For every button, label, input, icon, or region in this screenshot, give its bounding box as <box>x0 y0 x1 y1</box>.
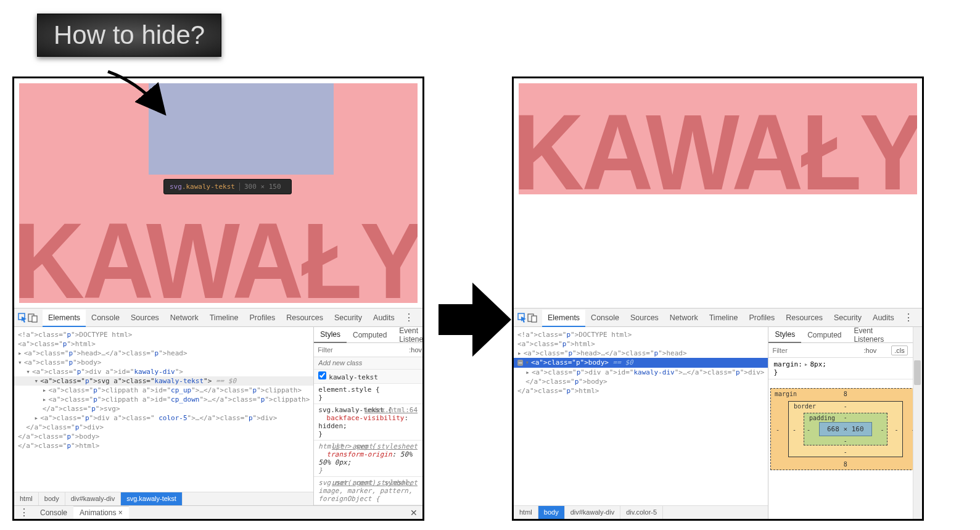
source-link[interactable]: index.html:64 <box>364 406 418 414</box>
styles-pane: Styles Computed Event Listeners » :hov .… <box>314 327 422 505</box>
crumb[interactable]: svg.kawaly-tekst <box>121 492 183 505</box>
box-model: margin 8 - - 8 border - - - - padding <box>768 379 922 519</box>
dom-row[interactable]: </a">class="p">html> <box>14 441 313 450</box>
crumb[interactable]: body <box>538 506 565 519</box>
diamond-icon[interactable] <box>883 348 887 352</box>
dom-row[interactable]: <a">class="p">html> <box>514 339 768 349</box>
tab-elements[interactable]: Elements <box>43 310 86 327</box>
tab-styles[interactable]: Styles <box>768 327 801 343</box>
callout-how-to-hide: How to hide? <box>37 14 221 57</box>
banner-text: KAWAŁY <box>519 90 917 194</box>
svg-rect-5 <box>532 316 537 322</box>
tab-profiles[interactable]: Profiles <box>743 310 780 326</box>
browser-viewport: KAWAŁY svg.kawaly-tekst 300 × 150 <box>14 78 422 308</box>
crumb[interactable]: html <box>514 506 538 519</box>
kebab-icon[interactable]: ⋮ <box>400 312 418 323</box>
rule-svg[interactable]: index.html:64 svg.kawaly-tekst { backfac… <box>314 404 422 441</box>
dom-tree[interactable]: <!a">class="p">DOCTYPE html><a">class="p… <box>14 327 313 492</box>
dom-tree[interactable]: <!a">class="p">DOCTYPE html><a">class="p… <box>514 327 768 505</box>
hov-toggle[interactable]: :hov <box>861 346 879 355</box>
dom-row[interactable]: </a">class="p">body> <box>14 432 313 441</box>
crumb[interactable]: html <box>14 492 39 505</box>
device-icon[interactable] <box>28 311 38 325</box>
tab-profiles[interactable]: Profiles <box>244 310 281 326</box>
dom-row[interactable]: </a">class="p">div> <box>14 423 313 432</box>
inspect-tooltip: svg.kawaly-tekst 300 × 150 <box>163 179 292 194</box>
margin-rule[interactable]: margin:8px;} <box>768 358 922 379</box>
inspect-icon[interactable] <box>18 311 28 325</box>
tab-timeline[interactable]: Timeline <box>204 310 244 326</box>
filter-input[interactable] <box>772 347 857 354</box>
rule-ua1[interactable]: user agent stylesheet html|* > svg { tra… <box>314 441 422 477</box>
dom-row[interactable]: <a">class="p">clippath a">id="cp_up">…</… <box>14 386 313 395</box>
crumb[interactable]: body <box>39 492 65 505</box>
close-icon[interactable]: ✕ <box>418 312 424 323</box>
dom-row[interactable]: </a">class="p">body> <box>514 377 768 386</box>
tab-computed[interactable]: Computed <box>801 328 847 342</box>
inspect-icon[interactable] <box>517 311 527 325</box>
breadcrumb[interactable]: htmlbodydiv#kawaly-divdiv.color-5 <box>514 505 768 519</box>
banner-pink: KAWAŁY svg.kawaly-tekst 300 × 150 <box>19 83 418 303</box>
dom-row[interactable]: <a">class="p">body> == $0 <box>514 358 768 368</box>
tab-elements[interactable]: Elements <box>542 310 585 327</box>
dom-row[interactable]: <a">class="p">svg a">class="kawaly-tekst… <box>14 376 313 386</box>
add-class-row <box>314 357 422 370</box>
kebab-icon[interactable]: ⋮ <box>900 312 917 323</box>
breadcrumb[interactable]: htmlbodydiv#kawaly-divsvg.kawaly-tekst <box>14 492 313 505</box>
drawer-close-icon[interactable]: ✕ <box>405 508 422 518</box>
tab-computed[interactable]: Computed <box>347 328 393 342</box>
tab-network[interactable]: Network <box>165 310 204 326</box>
dom-row[interactable]: <!a">class="p">DOCTYPE html> <box>514 330 768 339</box>
hov-toggle[interactable]: :hov <box>406 346 424 354</box>
dom-row[interactable]: <a">class="p">div a">class=" color-5">…<… <box>14 413 313 423</box>
tab-resources[interactable]: Resources <box>281 310 329 326</box>
crumb[interactable]: div#kawaly-div <box>65 492 121 505</box>
close-icon[interactable]: ✕ <box>917 312 924 323</box>
tab-security[interactable]: Security <box>329 310 368 326</box>
drawer-menu-icon[interactable]: ⋮ <box>14 507 34 518</box>
dom-row[interactable]: <a">class="p">body> <box>14 358 313 367</box>
tab-console[interactable]: Console <box>585 310 625 326</box>
tab-network[interactable]: Network <box>664 310 704 326</box>
drawer-tab-console[interactable]: Console <box>34 507 73 519</box>
devtools-window-left: KAWAŁY svg.kawaly-tekst 300 × 150 Elemen… <box>12 77 424 521</box>
devtools-window-right: KAWAŁY ElementsConsoleSourcesNetworkTime… <box>512 77 924 521</box>
banner-pink: KAWAŁY <box>519 83 917 194</box>
rule-element-style[interactable]: element.style { } <box>314 384 422 404</box>
tab-resources[interactable]: Resources <box>780 310 828 326</box>
box-content: 668 × 160 <box>819 422 872 436</box>
devtools-tabs: ElementsConsoleSourcesNetworkTimelinePro… <box>14 308 422 327</box>
crumb[interactable]: div.color-5 <box>620 506 663 519</box>
tooltip-tag: svg <box>170 183 182 191</box>
dom-row[interactable]: <a">class="p">html> <box>14 339 313 349</box>
drawer-tab-animations[interactable]: Animations × <box>73 506 129 519</box>
dom-row[interactable]: <a">class="p">div a">id="kawaly-div">…</… <box>514 368 768 377</box>
dom-row[interactable]: <a">class="p">head>…</a">class="p">head> <box>514 349 768 358</box>
rule-ua2[interactable]: user agent stylesheet svg:not(:root), sy… <box>314 477 422 505</box>
dom-row[interactable]: <a">class="p">clippath a">id="cp_down">…… <box>14 395 313 404</box>
dom-row[interactable]: <a">class="p">div a">id="kawaly-div"> <box>14 367 313 376</box>
crumb[interactable]: div#kawaly-div <box>565 506 621 519</box>
scrollbar-thumb[interactable] <box>914 360 921 385</box>
tab-timeline[interactable]: Timeline <box>704 310 744 326</box>
tooltip-class: .kawaly-tekst <box>182 183 235 191</box>
dom-row[interactable]: <!a">class="p">DOCTYPE html> <box>14 330 313 339</box>
tab-console[interactable]: Console <box>86 310 125 326</box>
styles-pane: Styles Computed Event Listeners » :hov .… <box>768 327 922 519</box>
tab-sources[interactable]: Sources <box>125 310 165 326</box>
add-class-input[interactable] <box>318 359 418 366</box>
filter-input[interactable] <box>318 346 403 354</box>
tab-styles[interactable]: Styles <box>314 327 347 343</box>
dom-row[interactable]: <a">class="p">head>…</a">class="p">head> <box>14 349 313 358</box>
tab-sources[interactable]: Sources <box>625 310 664 326</box>
filter-bar: :hov .cls + <box>314 343 422 357</box>
drawer: ⋮ Console Animations × ✕ <box>14 505 422 519</box>
scrollbar[interactable] <box>913 327 922 519</box>
dom-row[interactable]: </a">class="p">svg> <box>14 404 313 413</box>
device-icon[interactable] <box>527 311 537 325</box>
class-checkbox-row[interactable]: kawaly-tekst <box>314 370 422 384</box>
class-checkbox[interactable] <box>318 371 326 379</box>
dom-row[interactable]: </a">class="p">html> <box>514 386 768 395</box>
cls-toggle[interactable]: .cls <box>891 346 908 355</box>
svg-rect-2 <box>32 316 37 322</box>
